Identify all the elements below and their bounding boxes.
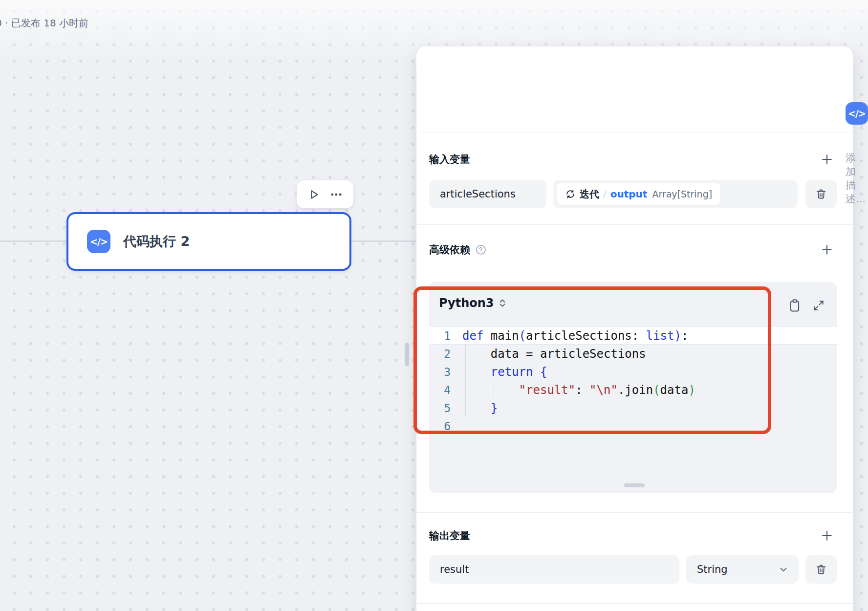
description-input[interactable]: 添加描述...: [846, 151, 866, 206]
indent-guide: [465, 345, 466, 417]
code-language-label: Python3: [439, 296, 494, 310]
plus-icon: [820, 529, 834, 543]
chevron-updown-icon: [498, 298, 507, 308]
input-variable-name: articleSections: [429, 188, 516, 200]
play-icon: [307, 188, 321, 201]
node-hover-toolbar: [297, 180, 353, 208]
node-title: 代码执行 2: [123, 233, 190, 250]
dependencies-header: 高级依赖: [429, 243, 837, 257]
more-dots-icon: [329, 188, 343, 201]
input-variables-header: 输入变量: [429, 153, 837, 166]
code-line[interactable]: 4 "result": "\n".join(data): [429, 381, 837, 399]
line-number: 3: [433, 366, 451, 378]
code-line[interactable]: 3 return {: [429, 363, 837, 381]
expand-code-button[interactable]: [812, 299, 825, 312]
output-variables-title: 输出变量: [429, 529, 470, 543]
code-text: "result": "\n".join(data): [462, 383, 695, 397]
delete-output-variable-button[interactable]: [805, 555, 837, 584]
expand-icon: [812, 299, 825, 312]
reference-variable-name: output: [610, 188, 648, 200]
editor-resize-handle[interactable]: [624, 483, 645, 487]
publish-status: 0 · 已发布 18 小时前: [0, 17, 88, 30]
line-number: 2: [433, 348, 451, 360]
code-text: return {: [462, 365, 547, 379]
code-editor[interactable]: Python3 1def main(articleSections: list)…: [429, 282, 837, 493]
code-icon: </>: [87, 230, 110, 253]
add-input-variable-button[interactable]: [820, 153, 834, 166]
trash-icon: [815, 564, 827, 575]
chevron-down-icon: [778, 564, 789, 575]
clipboard-icon: [788, 298, 802, 313]
output-variable-name-field[interactable]: result: [429, 555, 679, 584]
trash-icon: [815, 188, 827, 200]
add-output-variable-button[interactable]: [820, 529, 834, 543]
section-divider: [416, 224, 853, 225]
input-variables-title: 输入变量: [429, 153, 470, 166]
code-line[interactable]: 6: [429, 417, 837, 435]
dependencies-title: 高级依赖: [429, 243, 470, 257]
line-number: 1: [433, 329, 451, 342]
line-number: 4: [433, 384, 451, 396]
code-lines[interactable]: 1def main(articleSections: list):2 data …: [429, 327, 837, 435]
line-number: 6: [433, 420, 451, 433]
output-type-select[interactable]: String: [686, 555, 799, 584]
add-dependency-button[interactable]: [820, 243, 834, 257]
code-line[interactable]: 5 }: [429, 399, 837, 417]
reference-node-name: 迭代: [580, 188, 599, 201]
section-divider: [416, 132, 853, 132]
delete-input-variable-button[interactable]: [805, 180, 837, 208]
output-variable-name: result: [429, 564, 469, 575]
node-code-execution[interactable]: </> 代码执行 2: [66, 212, 351, 271]
node-run-button[interactable]: [307, 188, 321, 201]
section-divider: [416, 512, 853, 513]
code-line[interactable]: 1def main(articleSections: list):: [429, 327, 837, 345]
code-text: }: [462, 401, 498, 415]
workflow-canvas[interactable]: 0 · 已发布 18 小时前 </> 代码执行 2 </> 代码执行 2: [0, 0, 868, 611]
line-number: 5: [433, 402, 451, 415]
code-text: def main(articleSections: list):: [462, 329, 688, 343]
code-icon: </>: [846, 102, 868, 125]
input-variable-name-field[interactable]: articleSections: [429, 180, 546, 208]
code-text: data = articleSections: [462, 347, 646, 361]
input-variable-value-selector[interactable]: 迭代 / output Array[String]: [553, 180, 798, 208]
reference-variable-type: Array[String]: [652, 189, 712, 199]
indent-guide: [494, 381, 494, 399]
copy-code-button[interactable]: [788, 298, 802, 313]
variable-reference-pill[interactable]: 迭代 / output Array[String]: [557, 183, 720, 205]
section-divider: [416, 603, 853, 604]
plus-icon: [820, 153, 834, 166]
output-type-value: String: [697, 564, 728, 575]
panel-header: </> 代码执行 2: [846, 102, 868, 125]
output-variables-header: 输出变量: [429, 529, 837, 543]
iteration-loop-icon: [565, 189, 576, 199]
reference-separator: /: [603, 188, 607, 200]
help-circle-icon[interactable]: [475, 244, 487, 256]
code-language-selector[interactable]: Python3: [439, 296, 507, 310]
plus-icon: [820, 243, 834, 257]
code-line[interactable]: 2 data = articleSections: [429, 345, 837, 363]
panel-resize-handle[interactable]: [405, 343, 409, 366]
node-more-button[interactable]: [329, 188, 343, 201]
code-editor-actions: [788, 298, 825, 313]
